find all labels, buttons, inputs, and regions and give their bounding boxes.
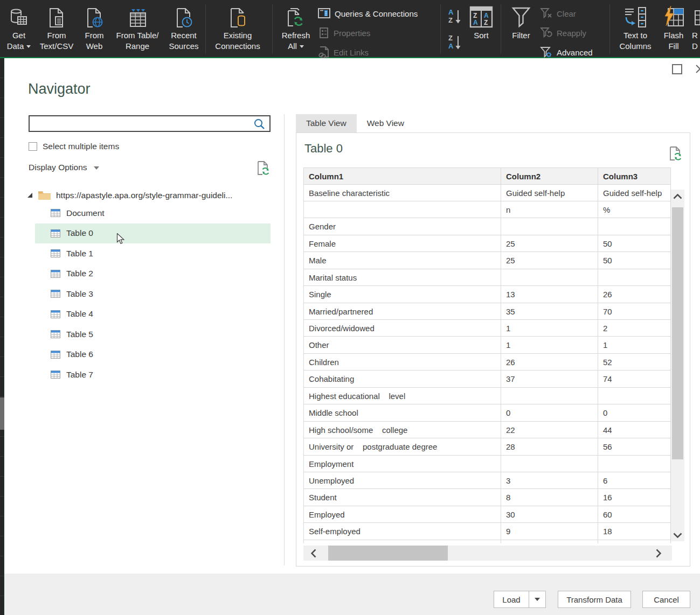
table-cell: 30 [501, 506, 598, 523]
table-row: n% [303, 201, 672, 218]
queries-connections-button[interactable]: Queries & Connections [318, 6, 418, 20]
table-cell: 0 [501, 404, 598, 421]
table-cell: Self-employed [303, 523, 501, 540]
column-header: Column2 [501, 167, 598, 185]
table-cell: 3 [501, 472, 598, 489]
scroll-up-icon[interactable] [673, 194, 682, 199]
table-cell [598, 388, 671, 404]
edit-links-label: Edit Links [334, 48, 369, 57]
vertical-scrollbar-thumb[interactable] [672, 207, 683, 459]
table-row: Male2550 [303, 252, 672, 269]
from-text-csv-label-2: Text/CSV [36, 41, 78, 52]
display-options-dropdown[interactable]: Display Options [29, 163, 99, 172]
remove-duplicates-button-clipped[interactable]: R D [692, 1, 700, 56]
load-button[interactable]: Load [494, 591, 529, 608]
tree-item-table-1[interactable]: Table 1 [35, 243, 271, 264]
sort-ascending-button[interactable]: A Z [447, 8, 463, 27]
tree-item-table-4[interactable]: Table 4 [35, 304, 271, 325]
load-dropdown-button[interactable] [529, 591, 546, 608]
search-box[interactable] [29, 115, 271, 132]
text-to-columns-label-1: Text to [616, 30, 654, 41]
search-icon[interactable] [253, 118, 266, 131]
advanced-filter-button[interactable]: Advanced [540, 45, 593, 59]
sort-descending-button[interactable]: Z A [447, 33, 463, 53]
table-cell: 26 [598, 286, 671, 303]
select-multiple-checkbox[interactable] [29, 142, 37, 151]
filter-button[interactable]: Filter [504, 1, 538, 56]
table-row: Student816 [303, 489, 672, 506]
tree-expand-icon[interactable] [27, 192, 33, 198]
table-icon [51, 310, 60, 318]
flash-fill-label-1: Flash [659, 30, 689, 41]
table-cell [598, 540, 671, 543]
table-cell: 1 [598, 337, 671, 353]
table-icon [51, 351, 60, 359]
select-multiple-label: Select multiple items [43, 142, 119, 151]
recent-sources-button[interactable]: Recent Sources [165, 1, 203, 56]
table-row: University or postgraduate degree2856 [303, 438, 672, 455]
scroll-left-icon[interactable] [311, 549, 316, 558]
existing-connections-button[interactable]: Existing Connections [208, 1, 267, 56]
refresh-preview-icon[interactable] [669, 146, 683, 161]
svg-text:Z: Z [448, 34, 453, 42]
scroll-down-icon[interactable] [673, 533, 682, 538]
vertical-scrollbar[interactable] [671, 190, 684, 541]
tree-item-document[interactable]: Document [35, 203, 271, 223]
column-header: Column1 [303, 167, 501, 185]
tree-item-label: Table 2 [66, 269, 93, 278]
ribbon-divider [440, 4, 441, 54]
restore-window-icon[interactable] [672, 64, 682, 74]
search-input[interactable] [32, 117, 255, 131]
tab-table-view[interactable]: Table View [296, 114, 357, 132]
column-header: Column3 [598, 167, 671, 185]
tree-item-table-3[interactable]: Table 3 [35, 284, 271, 304]
get-data-icon [2, 1, 36, 30]
existing-connections-label-2: Connections [208, 41, 267, 52]
sort-za-descending-icon: Z A [447, 33, 463, 52]
table-row: Children2652 [303, 354, 672, 371]
from-web-label-2: Web [79, 41, 110, 52]
recent-sources-icon [165, 1, 203, 30]
table-cell: 18 [598, 523, 671, 540]
table-cell: Student [303, 489, 501, 506]
advanced-filter-icon [540, 46, 553, 58]
table-icon [51, 330, 60, 338]
refresh-tree-icon[interactable] [257, 160, 271, 176]
tree-root-folder[interactable]: https://apastyle.apa.org/style-grammar-g… [4, 185, 274, 205]
tree-item-label: Table 5 [66, 330, 93, 339]
from-text-csv-button[interactable]: From Text/CSV [36, 1, 78, 56]
flash-fill-button[interactable]: Flash Fill [659, 1, 689, 56]
excel-grid-edge [0, 58, 4, 615]
refresh-all-button[interactable]: Refresh All [275, 1, 317, 56]
from-web-button[interactable]: From Web [79, 1, 110, 56]
edit-links-button: Edit Links [318, 45, 369, 59]
get-data-button[interactable]: Get Data [2, 1, 36, 56]
tree-item-table-0[interactable]: Table 0 [35, 223, 271, 244]
preview-table: Column1Column2Column3 Baseline character… [303, 167, 672, 543]
sort-button[interactable]: Z A A Z Sort [466, 1, 497, 56]
table-cell: 50 [598, 252, 671, 269]
tab-web-view[interactable]: Web View [357, 114, 414, 132]
from-table-range-icon [110, 1, 165, 30]
tree-item-table-6[interactable]: Table 6 [35, 345, 271, 365]
table-cell: 56 [598, 438, 671, 455]
table-cell: Employment [303, 456, 501, 472]
tree-item-table-2[interactable]: Table 2 [35, 264, 271, 284]
close-icon[interactable] [695, 64, 700, 74]
table-cell: 70 [598, 303, 671, 320]
clear-filter-label: Clear [557, 9, 576, 18]
table-row: Highest educational level [303, 388, 672, 404]
table-cell: 28 [501, 438, 598, 455]
table-cell: % [598, 201, 671, 218]
horizontal-scrollbar[interactable] [303, 546, 672, 561]
from-table-range-button[interactable]: From Table/ Range [110, 1, 165, 56]
sort-label: Sort [466, 30, 497, 41]
transform-data-button[interactable]: Transform Data [558, 591, 631, 608]
scroll-right-icon[interactable] [656, 549, 661, 558]
tree-item-table-5[interactable]: Table 5 [35, 324, 271, 345]
cancel-button[interactable]: Cancel [642, 591, 690, 608]
filter-icon [504, 1, 538, 30]
tree-item-table-7[interactable]: Table 7 [35, 365, 271, 385]
horizontal-scrollbar-thumb[interactable] [328, 546, 448, 561]
text-to-columns-button[interactable]: Text to Columns [616, 1, 654, 56]
